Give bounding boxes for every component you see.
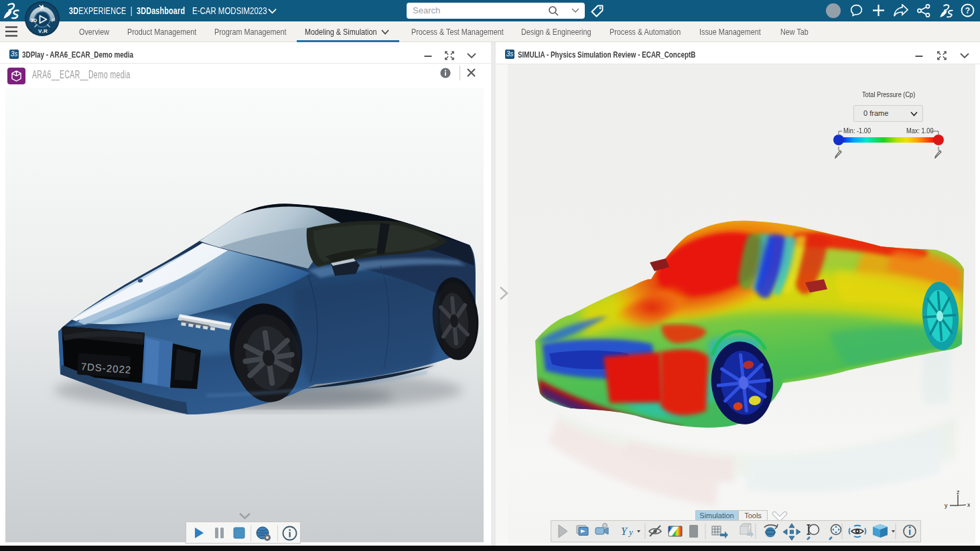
svg-text:V․R: V․R [38, 28, 48, 34]
svg-text:y: y [944, 502, 948, 509]
svg-text:i²: i² [52, 17, 55, 23]
svg-text:Y: Y [621, 526, 628, 537]
svg-text:3D: 3D [31, 17, 38, 23]
svg-text:x: x [967, 501, 970, 508]
svg-text:y: y [628, 527, 633, 537]
svg-text:z: z [957, 489, 960, 495]
svg-text:?: ? [965, 6, 970, 15]
